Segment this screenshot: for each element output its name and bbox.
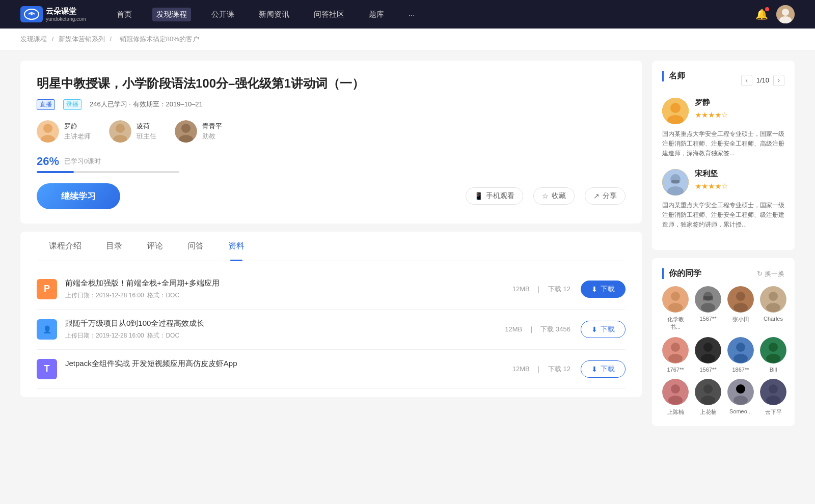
refresh-button[interactable]: ↻ 换一换 <box>757 269 784 278</box>
resource-title-1: 跟随千万级项目从0到100全过程高效成长 <box>65 319 495 328</box>
classmate-6-avatar <box>727 337 754 363</box>
download-button-1[interactable]: ⬇ 下载 <box>581 321 626 338</box>
progress-bar-fill <box>37 171 74 173</box>
svg-point-26 <box>701 303 715 312</box>
tab-resources[interactable]: 资料 <box>216 232 257 261</box>
resource-icon-0: P <box>37 279 57 299</box>
resource-icon-1: 👤 <box>37 319 57 340</box>
classmate-9-name: 上花楠 <box>700 408 717 416</box>
resource-stats-2: 12MB ｜ 下载 12 <box>510 365 573 374</box>
svg-point-9 <box>116 124 125 133</box>
teacher-card-1-stars: ★★★★☆ <box>695 182 728 191</box>
collect-button[interactable]: ☆ 收藏 <box>533 187 575 205</box>
bell-icon[interactable]: 🔔 <box>755 8 768 20</box>
teachers-panel: 名师 ‹ 1/10 › 罗静 ★★★★☆ 国内 <box>652 61 795 250</box>
tab-intro[interactable]: 课程介绍 <box>37 232 94 261</box>
main-container: 明星中教授课，小学阶段语法100分–强化级第1讲动词（一） 直播 录播 246人… <box>0 50 815 436</box>
mobile-icon: 📱 <box>474 192 483 200</box>
content-left: 明星中教授课，小学阶段语法100分–强化级第1讲动词（一） 直播 录播 246人… <box>20 61 642 426</box>
svg-point-57 <box>766 396 780 405</box>
classmate-10-avatar <box>727 379 754 405</box>
svg-point-50 <box>703 384 713 394</box>
progress-text: 已学习0课时 <box>64 157 101 166</box>
svg-point-51 <box>701 396 715 405</box>
continue-button[interactable]: 继续学习 <box>37 183 120 209</box>
tabs-header: 课程介绍 目录 评论 问答 资料 <box>37 232 626 261</box>
breadcrumb-discover[interactable]: 发现课程 <box>20 35 47 43</box>
nav-news[interactable]: 新闻资讯 <box>255 8 293 21</box>
nav-home[interactable]: 首页 <box>113 8 136 21</box>
svg-point-44 <box>769 343 778 352</box>
svg-point-32 <box>769 292 778 301</box>
nav-discover[interactable]: 发现课程 <box>152 8 191 21</box>
teacher-card-0-details: 罗静 ★★★★☆ <box>695 98 728 120</box>
course-actions: 继续学习 📱 手机观看 ☆ 收藏 ↗ 分享 <box>37 183 626 209</box>
breadcrumb-series[interactable]: 新媒体营销系列 <box>59 35 105 43</box>
classmate-8: 上陈楠 <box>662 379 689 416</box>
svg-point-3 <box>782 9 789 16</box>
nav-qa[interactable]: 问答社区 <box>310 8 348 21</box>
teachers-prev-button[interactable]: ‹ <box>741 75 752 86</box>
svg-point-1 <box>31 13 33 15</box>
classmate-3: Charles <box>760 286 786 331</box>
svg-point-6 <box>43 124 52 133</box>
resource-title-2: Jetpack全组件实战 开发短视频应用高仿皮皮虾App <box>65 359 502 369</box>
classmate-7-avatar <box>760 337 786 363</box>
svg-point-45 <box>766 354 780 363</box>
logo[interactable]: 云朵课堂 yundoketang.com <box>20 6 86 23</box>
classmate-11-name: 云下平 <box>765 408 782 416</box>
logo-text: 云朵课堂 yundoketang.com <box>46 6 86 23</box>
download-button-0[interactable]: ⬇ 下载 <box>581 281 626 298</box>
tab-qa[interactable]: 问答 <box>175 232 216 261</box>
classmates-grid: 化学教书... 1567** 张小田 <box>662 286 784 416</box>
classmate-5: 1567** <box>695 337 721 373</box>
teacher-card-1: 宋利坚 ★★★★☆ 国内某重点大学安全工程专业硕士，国家一级注册消防工程师、注册… <box>662 169 784 230</box>
progress-label: 26% 已学习0课时 <box>37 155 626 168</box>
download-label-0: 下载 <box>601 285 615 294</box>
course-meta-text: 246人已学习 · 有效期至：2019–10–21 <box>90 100 203 109</box>
nav-more[interactable]: ··· <box>404 8 419 21</box>
teacher-2-role: 助教 <box>202 132 222 141</box>
logo-icon <box>20 6 43 22</box>
course-header: 明星中教授课，小学阶段语法100分–强化级第1讲动词（一） 直播 录播 246人… <box>20 61 642 223</box>
teacher-card-0-avatar <box>662 98 689 124</box>
classmate-9-avatar <box>695 379 721 405</box>
share-icon: ↗ <box>593 192 600 200</box>
svg-point-41 <box>736 343 745 352</box>
teacher-2-name: 青青平 <box>202 122 222 131</box>
share-button[interactable]: ↗ 分享 <box>585 187 626 205</box>
refresh-label: 换一换 <box>765 269 784 278</box>
nav-open[interactable]: 公开课 <box>207 8 238 21</box>
classmate-2: 张小田 <box>727 286 754 331</box>
classmate-1-name: 1567** <box>699 316 716 322</box>
svg-point-23 <box>668 303 683 312</box>
collect-label: 收藏 <box>552 191 566 201</box>
download-button-2[interactable]: ⬇ 下载 <box>581 360 626 378</box>
teacher-0-info: 罗静 主讲老师 <box>64 122 91 141</box>
resource-list: P 前端全栈加强版！前端全栈+全周期+多端应用 上传日期：2019-12-28 … <box>37 261 626 397</box>
resource-item-0: P 前端全栈加强版！前端全栈+全周期+多端应用 上传日期：2019-12-28 … <box>37 269 626 310</box>
classmate-11-avatar <box>760 379 786 405</box>
course-meta: 直播 录播 246人已学习 · 有效期至：2019–10–21 <box>37 99 626 110</box>
classmate-2-name: 张小田 <box>732 316 749 323</box>
svg-point-48 <box>668 396 683 405</box>
teacher-card-0-top: 罗静 ★★★★☆ <box>662 98 784 124</box>
teacher-card-0-stars: ★★★★☆ <box>695 110 728 120</box>
classmate-4: 1767** <box>662 337 689 373</box>
nav-quiz[interactable]: 题库 <box>365 8 388 21</box>
tab-review[interactable]: 评论 <box>134 232 175 261</box>
teacher-1-name: 凌荷 <box>137 122 156 131</box>
mobile-watch-button[interactable]: 📱 手机观看 <box>466 187 523 205</box>
classmate-4-name: 1767** <box>667 367 684 373</box>
tab-catalog[interactable]: 目录 <box>94 232 134 261</box>
teacher-card-1-top: 宋利坚 ★★★★☆ <box>662 169 784 195</box>
classmate-6-name: 1867** <box>732 367 749 373</box>
teacher-1-role: 班主任 <box>137 132 156 141</box>
user-avatar[interactable] <box>776 5 795 23</box>
download-label-2: 下载 <box>601 365 615 374</box>
badge-record: 录播 <box>63 99 82 110</box>
content-right: 名师 ‹ 1/10 › 罗静 ★★★★☆ 国内 <box>652 61 795 426</box>
svg-point-33 <box>766 303 780 312</box>
svg-point-35 <box>671 343 680 352</box>
teachers-next-button[interactable]: › <box>773 75 784 86</box>
